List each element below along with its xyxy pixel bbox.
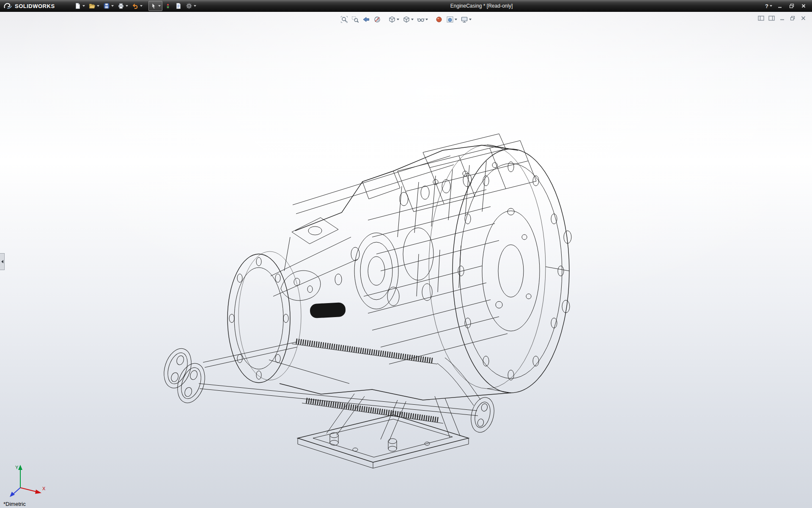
print-icon [118, 3, 124, 9]
restore-icon [790, 16, 796, 21]
zoom-to-area-button[interactable] [350, 14, 360, 25]
restore-document-button[interactable] [789, 15, 796, 21]
featuremanager-collapsed-tab[interactable] [0, 253, 5, 270]
document-window-controls [757, 15, 807, 21]
rebuild-traffic-light-icon [165, 3, 171, 9]
pane-left-icon [758, 16, 764, 21]
titlebar-toolbar [73, 1, 198, 11]
dropdown-arrow-icon[interactable] [469, 19, 472, 20]
view-orientation-button[interactable] [387, 14, 401, 25]
brand-label: SOLIDWORKS [15, 3, 55, 9]
x-axis-arrow-icon [35, 490, 41, 494]
print-button[interactable] [116, 1, 130, 11]
apply-scene-button[interactable] [445, 14, 458, 25]
dropdown-arrow-icon[interactable] [397, 19, 399, 20]
hide-show-glasses-icon [417, 16, 425, 23]
restore-window-button[interactable] [787, 2, 796, 10]
select-tool-button[interactable] [148, 1, 162, 11]
options-button[interactable] [184, 1, 198, 11]
pane-right-button[interactable] [768, 15, 775, 21]
view-settings-button[interactable] [459, 14, 473, 25]
y-axis-arrow-icon [18, 465, 22, 470]
zoom-to-fit-button[interactable] [339, 14, 349, 25]
headsup-view-toolbar [339, 14, 473, 25]
graphics-viewport[interactable]: Y X *Dimetric [0, 12, 812, 508]
triad-x-label: X [42, 486, 46, 491]
z-axis-arrow-icon [10, 492, 15, 497]
restore-icon [789, 3, 794, 8]
solidworks-window: SOLIDWORKS [0, 0, 812, 508]
view-orientation-label: *Dimetric [3, 501, 26, 507]
close-window-button[interactable] [799, 2, 808, 10]
document-title: EngineCasing * [Read-only] [198, 3, 765, 9]
new-document-button[interactable] [73, 1, 87, 11]
minimize-document-button[interactable] [778, 15, 786, 21]
previous-view-button[interactable] [361, 14, 371, 25]
new-document-icon [74, 3, 81, 9]
dropdown-arrow-icon[interactable] [425, 19, 428, 20]
dropdown-arrow-icon[interactable] [140, 5, 143, 7]
dropdown-arrow-icon[interactable] [411, 19, 414, 20]
undo-icon [132, 3, 139, 9]
help-button[interactable]: ? [765, 3, 772, 9]
display-style-button[interactable] [401, 14, 415, 25]
triad-y-label: Y [15, 465, 19, 470]
dropdown-arrow-icon[interactable] [111, 5, 114, 7]
open-button[interactable] [87, 1, 101, 11]
close-icon [801, 16, 806, 21]
solidworks-logo-icon [3, 2, 13, 10]
coil-spring-upper[interactable] [292, 341, 437, 364]
dropdown-arrow-icon[interactable] [770, 5, 772, 7]
close-icon [801, 3, 806, 8]
options-gear-icon [186, 3, 192, 9]
view-settings-monitor-icon [461, 16, 468, 23]
dropdown-arrow-icon[interactable] [82, 5, 85, 7]
dropdown-arrow-icon[interactable] [158, 5, 161, 7]
appearance-sphere-icon [435, 16, 443, 23]
previous-view-icon [362, 16, 370, 23]
hide-show-items-button[interactable] [416, 14, 429, 25]
apply-scene-icon [446, 16, 454, 23]
section-view-button[interactable] [372, 14, 382, 25]
brand: SOLIDWORKS [0, 2, 73, 10]
reference-triad[interactable]: Y X [6, 460, 48, 502]
zoom-to-area-icon [351, 16, 359, 23]
file-properties-button[interactable] [173, 1, 184, 11]
display-style-cube-icon [403, 16, 410, 23]
pane-left-button[interactable] [757, 15, 765, 21]
save-button[interactable] [102, 1, 115, 11]
select-cursor-icon [150, 3, 157, 9]
close-document-button[interactable] [799, 15, 807, 21]
minimize-icon [779, 16, 785, 21]
titlebar: SOLIDWORKS [0, 0, 812, 12]
dark-pin-part[interactable] [310, 302, 346, 318]
section-view-icon [373, 16, 381, 23]
rebuild-button[interactable] [163, 1, 173, 11]
toolbar-separator [145, 1, 148, 11]
open-folder-icon [89, 3, 96, 9]
help-label: ? [765, 3, 768, 9]
edit-appearance-button[interactable] [434, 14, 444, 25]
dropdown-arrow-icon[interactable] [126, 5, 128, 7]
file-properties-icon [175, 3, 182, 9]
pane-right-icon [768, 16, 775, 21]
undo-button[interactable] [130, 1, 144, 11]
zoom-to-fit-icon [340, 16, 348, 23]
window-controls: ? [765, 2, 812, 10]
save-floppy-icon [103, 3, 110, 9]
dropdown-arrow-icon[interactable] [194, 5, 196, 7]
minimize-window-button[interactable] [776, 2, 784, 10]
minimize-icon [777, 3, 782, 8]
dropdown-arrow-icon[interactable] [455, 19, 457, 20]
engine-casing-wireframe-model[interactable] [0, 12, 812, 508]
chevron-left-icon [1, 260, 3, 263]
view-orientation-cube-icon [388, 16, 396, 23]
dropdown-arrow-icon[interactable] [97, 5, 99, 7]
